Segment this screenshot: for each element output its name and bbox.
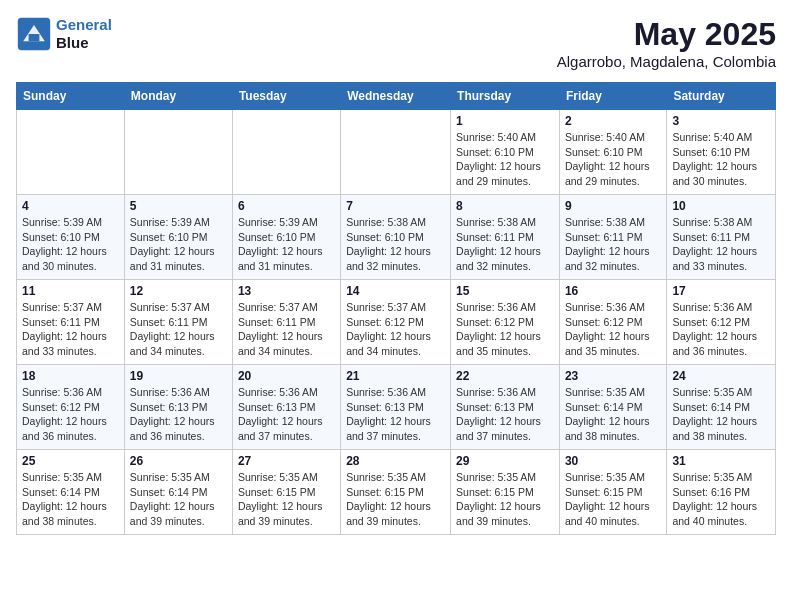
calendar-cell: 24Sunrise: 5:35 AM Sunset: 6:14 PM Dayli… bbox=[667, 365, 776, 450]
page-header: General Blue May 2025 Algarrobo, Magdale… bbox=[16, 16, 776, 70]
day-info: Sunrise: 5:35 AM Sunset: 6:15 PM Dayligh… bbox=[456, 470, 554, 529]
day-info: Sunrise: 5:35 AM Sunset: 6:14 PM Dayligh… bbox=[672, 385, 770, 444]
calendar-cell: 19Sunrise: 5:36 AM Sunset: 6:13 PM Dayli… bbox=[124, 365, 232, 450]
calendar-cell: 1Sunrise: 5:40 AM Sunset: 6:10 PM Daylig… bbox=[451, 110, 560, 195]
calendar-cell: 9Sunrise: 5:38 AM Sunset: 6:11 PM Daylig… bbox=[559, 195, 666, 280]
day-info: Sunrise: 5:38 AM Sunset: 6:11 PM Dayligh… bbox=[672, 215, 770, 274]
calendar-cell: 10Sunrise: 5:38 AM Sunset: 6:11 PM Dayli… bbox=[667, 195, 776, 280]
svg-rect-2 bbox=[29, 34, 40, 41]
calendar-cell: 21Sunrise: 5:36 AM Sunset: 6:13 PM Dayli… bbox=[341, 365, 451, 450]
calendar-cell: 2Sunrise: 5:40 AM Sunset: 6:10 PM Daylig… bbox=[559, 110, 666, 195]
day-number: 30 bbox=[565, 454, 661, 468]
calendar-cell: 15Sunrise: 5:36 AM Sunset: 6:12 PM Dayli… bbox=[451, 280, 560, 365]
calendar-week-1: 1Sunrise: 5:40 AM Sunset: 6:10 PM Daylig… bbox=[17, 110, 776, 195]
day-info: Sunrise: 5:36 AM Sunset: 6:13 PM Dayligh… bbox=[238, 385, 335, 444]
day-info: Sunrise: 5:35 AM Sunset: 6:15 PM Dayligh… bbox=[346, 470, 445, 529]
weekday-header-wednesday: Wednesday bbox=[341, 83, 451, 110]
logo-icon bbox=[16, 16, 52, 52]
calendar-cell: 25Sunrise: 5:35 AM Sunset: 6:14 PM Dayli… bbox=[17, 450, 125, 535]
day-info: Sunrise: 5:37 AM Sunset: 6:11 PM Dayligh… bbox=[130, 300, 227, 359]
day-info: Sunrise: 5:38 AM Sunset: 6:11 PM Dayligh… bbox=[456, 215, 554, 274]
day-number: 22 bbox=[456, 369, 554, 383]
calendar-cell bbox=[124, 110, 232, 195]
day-number: 4 bbox=[22, 199, 119, 213]
day-number: 26 bbox=[130, 454, 227, 468]
day-number: 7 bbox=[346, 199, 445, 213]
calendar-week-3: 11Sunrise: 5:37 AM Sunset: 6:11 PM Dayli… bbox=[17, 280, 776, 365]
weekday-header-monday: Monday bbox=[124, 83, 232, 110]
calendar-cell: 17Sunrise: 5:36 AM Sunset: 6:12 PM Dayli… bbox=[667, 280, 776, 365]
calendar-cell: 8Sunrise: 5:38 AM Sunset: 6:11 PM Daylig… bbox=[451, 195, 560, 280]
calendar-cell: 16Sunrise: 5:36 AM Sunset: 6:12 PM Dayli… bbox=[559, 280, 666, 365]
day-number: 11 bbox=[22, 284, 119, 298]
day-info: Sunrise: 5:38 AM Sunset: 6:10 PM Dayligh… bbox=[346, 215, 445, 274]
logo-text: General Blue bbox=[56, 16, 112, 52]
weekday-header-saturday: Saturday bbox=[667, 83, 776, 110]
day-info: Sunrise: 5:36 AM Sunset: 6:13 PM Dayligh… bbox=[346, 385, 445, 444]
day-info: Sunrise: 5:35 AM Sunset: 6:14 PM Dayligh… bbox=[565, 385, 661, 444]
day-info: Sunrise: 5:36 AM Sunset: 6:13 PM Dayligh… bbox=[456, 385, 554, 444]
logo: General Blue bbox=[16, 16, 112, 52]
day-number: 9 bbox=[565, 199, 661, 213]
weekday-header-sunday: Sunday bbox=[17, 83, 125, 110]
day-number: 1 bbox=[456, 114, 554, 128]
day-number: 6 bbox=[238, 199, 335, 213]
day-number: 23 bbox=[565, 369, 661, 383]
day-number: 28 bbox=[346, 454, 445, 468]
day-number: 14 bbox=[346, 284, 445, 298]
day-info: Sunrise: 5:35 AM Sunset: 6:15 PM Dayligh… bbox=[565, 470, 661, 529]
day-info: Sunrise: 5:37 AM Sunset: 6:11 PM Dayligh… bbox=[238, 300, 335, 359]
day-info: Sunrise: 5:40 AM Sunset: 6:10 PM Dayligh… bbox=[672, 130, 770, 189]
calendar-cell: 11Sunrise: 5:37 AM Sunset: 6:11 PM Dayli… bbox=[17, 280, 125, 365]
day-number: 31 bbox=[672, 454, 770, 468]
day-info: Sunrise: 5:39 AM Sunset: 6:10 PM Dayligh… bbox=[238, 215, 335, 274]
calendar-cell: 29Sunrise: 5:35 AM Sunset: 6:15 PM Dayli… bbox=[451, 450, 560, 535]
weekday-header-friday: Friday bbox=[559, 83, 666, 110]
calendar-cell bbox=[17, 110, 125, 195]
day-info: Sunrise: 5:40 AM Sunset: 6:10 PM Dayligh… bbox=[565, 130, 661, 189]
day-info: Sunrise: 5:35 AM Sunset: 6:14 PM Dayligh… bbox=[130, 470, 227, 529]
calendar-cell: 20Sunrise: 5:36 AM Sunset: 6:13 PM Dayli… bbox=[232, 365, 340, 450]
day-info: Sunrise: 5:35 AM Sunset: 6:15 PM Dayligh… bbox=[238, 470, 335, 529]
calendar-cell: 31Sunrise: 5:35 AM Sunset: 6:16 PM Dayli… bbox=[667, 450, 776, 535]
day-number: 29 bbox=[456, 454, 554, 468]
calendar-week-5: 25Sunrise: 5:35 AM Sunset: 6:14 PM Dayli… bbox=[17, 450, 776, 535]
calendar-cell: 30Sunrise: 5:35 AM Sunset: 6:15 PM Dayli… bbox=[559, 450, 666, 535]
day-number: 5 bbox=[130, 199, 227, 213]
day-number: 13 bbox=[238, 284, 335, 298]
calendar-cell bbox=[232, 110, 340, 195]
day-number: 8 bbox=[456, 199, 554, 213]
calendar-table: SundayMondayTuesdayWednesdayThursdayFrid… bbox=[16, 82, 776, 535]
calendar-cell: 18Sunrise: 5:36 AM Sunset: 6:12 PM Dayli… bbox=[17, 365, 125, 450]
day-number: 24 bbox=[672, 369, 770, 383]
day-info: Sunrise: 5:40 AM Sunset: 6:10 PM Dayligh… bbox=[456, 130, 554, 189]
day-info: Sunrise: 5:36 AM Sunset: 6:12 PM Dayligh… bbox=[672, 300, 770, 359]
day-info: Sunrise: 5:36 AM Sunset: 6:12 PM Dayligh… bbox=[565, 300, 661, 359]
day-number: 16 bbox=[565, 284, 661, 298]
calendar-title: May 2025 bbox=[557, 16, 776, 53]
day-number: 20 bbox=[238, 369, 335, 383]
calendar-cell: 13Sunrise: 5:37 AM Sunset: 6:11 PM Dayli… bbox=[232, 280, 340, 365]
day-number: 2 bbox=[565, 114, 661, 128]
day-number: 27 bbox=[238, 454, 335, 468]
day-info: Sunrise: 5:35 AM Sunset: 6:14 PM Dayligh… bbox=[22, 470, 119, 529]
day-number: 21 bbox=[346, 369, 445, 383]
calendar-cell: 5Sunrise: 5:39 AM Sunset: 6:10 PM Daylig… bbox=[124, 195, 232, 280]
calendar-cell: 6Sunrise: 5:39 AM Sunset: 6:10 PM Daylig… bbox=[232, 195, 340, 280]
calendar-cell: 28Sunrise: 5:35 AM Sunset: 6:15 PM Dayli… bbox=[341, 450, 451, 535]
weekday-header-tuesday: Tuesday bbox=[232, 83, 340, 110]
day-number: 18 bbox=[22, 369, 119, 383]
calendar-cell: 14Sunrise: 5:37 AM Sunset: 6:12 PM Dayli… bbox=[341, 280, 451, 365]
calendar-cell: 27Sunrise: 5:35 AM Sunset: 6:15 PM Dayli… bbox=[232, 450, 340, 535]
day-number: 25 bbox=[22, 454, 119, 468]
day-info: Sunrise: 5:36 AM Sunset: 6:12 PM Dayligh… bbox=[456, 300, 554, 359]
calendar-subtitle: Algarrobo, Magdalena, Colombia bbox=[557, 53, 776, 70]
day-info: Sunrise: 5:36 AM Sunset: 6:12 PM Dayligh… bbox=[22, 385, 119, 444]
calendar-cell: 12Sunrise: 5:37 AM Sunset: 6:11 PM Dayli… bbox=[124, 280, 232, 365]
day-number: 19 bbox=[130, 369, 227, 383]
calendar-cell: 26Sunrise: 5:35 AM Sunset: 6:14 PM Dayli… bbox=[124, 450, 232, 535]
day-number: 17 bbox=[672, 284, 770, 298]
calendar-week-4: 18Sunrise: 5:36 AM Sunset: 6:12 PM Dayli… bbox=[17, 365, 776, 450]
day-info: Sunrise: 5:37 AM Sunset: 6:11 PM Dayligh… bbox=[22, 300, 119, 359]
day-info: Sunrise: 5:39 AM Sunset: 6:10 PM Dayligh… bbox=[22, 215, 119, 274]
